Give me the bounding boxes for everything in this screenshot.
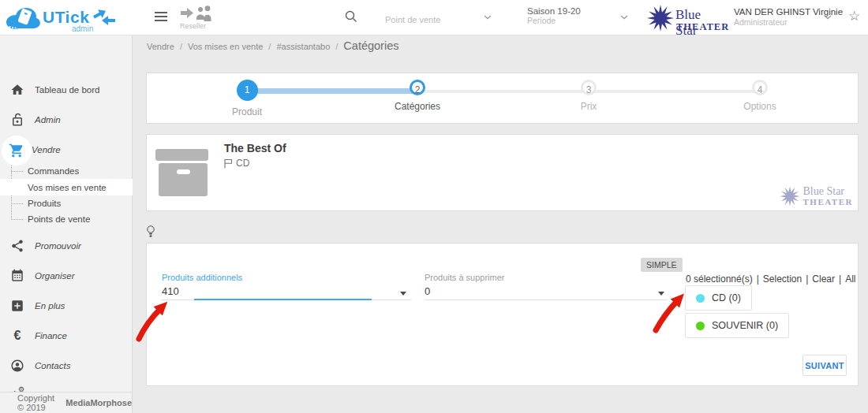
selected-count: 0 sélectionné(s) (686, 273, 753, 285)
season-label: Periode (527, 16, 581, 25)
chevron-down-icon[interactable] (620, 15, 628, 20)
plus-square-icon (10, 299, 24, 313)
euro-icon: € (10, 329, 24, 343)
reseller-icon (180, 6, 216, 21)
select-underline (425, 300, 668, 300)
person-icon (10, 359, 24, 373)
season-value: Saison 19-20 (527, 6, 581, 16)
reseller-button[interactable]: Reseller (180, 6, 216, 30)
utick-logo[interactable]: UTick admin (5, 2, 131, 34)
point-de-vente-select[interactable]: Point de vente (385, 12, 496, 26)
org-name2: THEATER (676, 21, 729, 33)
all-link[interactable]: All (845, 273, 855, 285)
logo-arrows-icon (92, 6, 117, 28)
logo-subtitle: admin (72, 24, 93, 33)
categories-form-panel: SIMPLE Produits additionnels 410 Produit… (146, 243, 859, 386)
sidebar-item-organiser[interactable]: Organiser (0, 266, 133, 285)
product-panel: The Best Of CD Blue Star THEATER (146, 134, 859, 211)
sidebar-item-vos-mises-en-vente[interactable]: Vos mises en vente (0, 179, 133, 195)
mode-badge[interactable]: SIMPLE (641, 258, 683, 272)
product-title: The Best Of (224, 142, 286, 154)
reseller-label: Reseller (180, 22, 216, 30)
sidebar-item-contacts[interactable]: Contacts (0, 356, 133, 375)
utick-admin-app: UTick admin Reseller Point de vente (0, 0, 868, 413)
breadcrumb-vendre[interactable]: Vendre (147, 42, 174, 51)
step-circle[interactable]: 4 (752, 80, 768, 95)
sidebar: Tableau de bord Admin Vendre Commandes V… (0, 35, 133, 413)
topbar: UTick admin Reseller Point de vente (0, 0, 868, 35)
step-options[interactable]: 4 Options (705, 80, 815, 112)
favorite-star-icon[interactable]: ☆ (848, 8, 860, 24)
lock-open-icon (10, 113, 24, 127)
share-icon (10, 239, 24, 253)
flag-icon (224, 158, 233, 169)
breadcrumb-vos-mises-en-vente[interactable]: Vos mises en vente (188, 42, 263, 51)
additional-products-label: Produits additionnels (162, 273, 242, 282)
sidebar-item-promouvoir[interactable]: Promouvoir (0, 236, 133, 255)
home-icon (10, 83, 24, 97)
remove-products-label: Produits à supprimer (425, 273, 505, 282)
breadcrumb-assistantabo[interactable]: #assistantabo (276, 42, 330, 51)
step-circle[interactable]: 1 (237, 80, 258, 101)
clear-link[interactable]: Clear (812, 273, 835, 285)
step-produit[interactable]: 1 Produit (192, 80, 302, 117)
bluestar-watermark: Blue Star THEATER (779, 185, 853, 207)
product-category-tag: CD (224, 158, 249, 169)
lightbulb-icon (146, 225, 155, 237)
additional-products-select[interactable]: 410 (162, 285, 179, 297)
next-button[interactable]: SUIVANT (803, 355, 847, 376)
breadcrumb-current: Catégories (343, 39, 398, 52)
step-circle[interactable]: 3 (581, 80, 597, 95)
dropdown-caret-icon[interactable] (400, 292, 406, 296)
sidebar-item-tableau-de-bord[interactable]: Tableau de bord (0, 80, 133, 99)
sidebar-item-finance[interactable]: € Finance (0, 326, 133, 345)
season-select[interactable]: Saison 19-20 Periode (527, 6, 581, 25)
calendar-icon (10, 269, 24, 283)
copyright-text: Copyright © 2019 (17, 393, 63, 412)
category-color-dot (696, 294, 705, 303)
step-prix[interactable]: 3 Prix (533, 80, 644, 112)
sidebar-item-vendre[interactable] (2, 136, 32, 166)
starburst-icon (645, 3, 675, 33)
sidebar-item-vendre-label[interactable]: Vendre (32, 145, 61, 154)
remove-products-select[interactable]: 0 (425, 285, 430, 297)
footer-brand: MediaMorphose (65, 398, 132, 407)
category-chip-souvenir[interactable]: SOUVENIR (0) (685, 313, 789, 338)
step-circle[interactable]: 2 (410, 80, 425, 95)
chevron-down-icon[interactable] (484, 15, 492, 20)
stepper-panel: 1 Produit 2 Catégories 3 Prix 4 Options (146, 73, 859, 124)
category-chip-cd[interactable]: CD (0) (685, 285, 752, 311)
category-color-dot (696, 322, 705, 330)
chevron-down-icon[interactable] (824, 15, 832, 20)
cloud-ticket-logo-icon (5, 4, 41, 32)
search-icon[interactable] (345, 10, 357, 23)
sidebar-item-produits[interactable]: Produits (0, 195, 133, 211)
selection-toolbar: 0 sélectionné(s) | Selection | Clear | A… (686, 273, 856, 285)
sidebar-item-en-plus[interactable]: En plus (0, 296, 133, 315)
point-de-vente-placeholder: Point de vente (385, 15, 440, 24)
breadcrumb: Vendre / Vos mises en vente / #assistant… (147, 39, 398, 52)
cart-icon (9, 143, 24, 158)
footer: Copyright © 2019 MediaMorphose (0, 392, 133, 413)
sidebar-item-commandes[interactable]: Commandes (0, 163, 133, 179)
dropdown-caret-icon[interactable] (658, 292, 664, 296)
sidebar-item-points-de-vente[interactable]: Points de vente (0, 211, 133, 227)
step-categories[interactable]: 2 Catégories (362, 80, 473, 112)
select-underline-focus (194, 299, 372, 300)
menu-icon[interactable] (155, 12, 167, 21)
starburst-icon (779, 185, 801, 207)
sidebar-item-admin[interactable]: Admin (0, 110, 133, 129)
selection-link[interactable]: Selection (763, 273, 802, 285)
